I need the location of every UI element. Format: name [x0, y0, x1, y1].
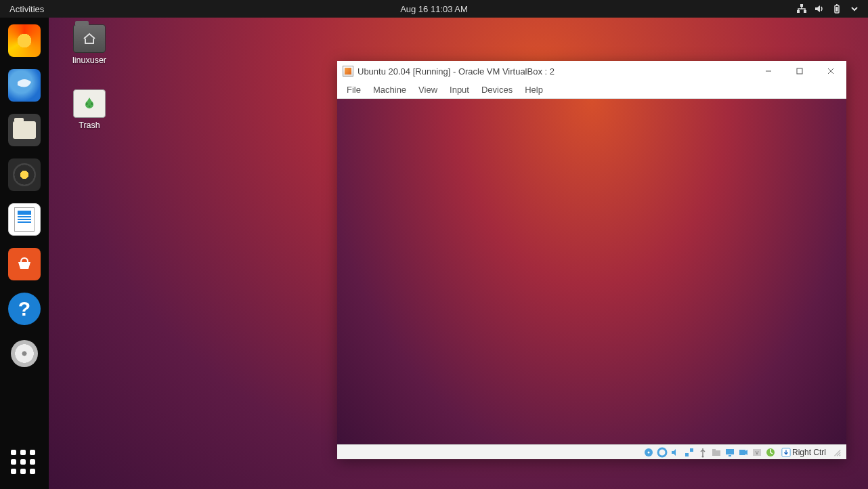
dock-disc[interactable]	[8, 337, 41, 370]
maximize-button[interactable]	[784, 61, 815, 81]
status-recording-icon[interactable]	[738, 447, 749, 458]
show-applications-button[interactable]	[11, 450, 38, 477]
menu-input[interactable]: Input	[444, 83, 475, 97]
minimize-button[interactable]	[753, 61, 784, 81]
svg-point-9	[658, 448, 666, 456]
ubuntu-dock: ?	[0, 18, 49, 489]
svg-rect-17	[739, 450, 745, 455]
status-optical-icon[interactable]	[657, 447, 668, 458]
virtualbox-window: Ubuntu 20.04 [Running] - Oracle VM Virtu…	[337, 61, 846, 459]
menu-devices[interactable]: Devices	[476, 83, 518, 97]
hostkey-arrow-icon	[781, 448, 791, 457]
desktop-background[interactable]: linuxuser Trash Ubuntu 20.04 [Running] -…	[49, 18, 868, 489]
menu-view[interactable]: View	[413, 83, 443, 97]
dock-thunderbird[interactable]	[8, 69, 41, 102]
chevron-down-icon[interactable]	[849, 3, 860, 14]
status-harddisk-icon[interactable]	[643, 447, 654, 458]
battery-icon[interactable]	[831, 3, 842, 14]
home-folder-label: linuxuser	[62, 56, 116, 65]
menu-machine[interactable]: Machine	[368, 83, 412, 97]
volume-icon[interactable]	[814, 3, 825, 14]
dock-libreoffice-writer[interactable]	[8, 203, 41, 236]
dock-ubuntu-software[interactable]	[8, 248, 41, 280]
virtualbox-menubar: File Machine View Input Devices Help	[337, 81, 846, 99]
svg-rect-4	[836, 4, 838, 5]
trash-icon[interactable]: Trash	[62, 89, 116, 130]
dock-files[interactable]	[8, 114, 41, 146]
hostkey-indicator[interactable]: Right Ctrl	[779, 448, 829, 457]
status-resize-grip-icon[interactable]	[831, 447, 842, 458]
svg-rect-14	[712, 449, 716, 450]
gnome-top-bar: Activities Aug 16 11:03 AM	[0, 0, 868, 18]
virtualbox-statusbar: V Right Ctrl	[337, 444, 846, 459]
trash-label: Trash	[62, 121, 116, 130]
svg-rect-6	[797, 68, 802, 74]
menu-help[interactable]: Help	[519, 83, 548, 97]
status-audio-icon[interactable]	[670, 447, 681, 458]
svg-rect-13	[712, 450, 720, 456]
svg-point-8	[647, 451, 649, 453]
guest-display[interactable]	[337, 99, 846, 444]
dock-firefox[interactable]	[8, 24, 41, 57]
svg-rect-15	[726, 449, 734, 454]
hostkey-label: Right Ctrl	[792, 448, 826, 457]
activities-button[interactable]: Activities	[0, 0, 53, 18]
status-usb-icon[interactable]	[697, 447, 708, 458]
system-tray[interactable]	[796, 3, 868, 14]
virtualbox-logo-icon	[343, 66, 353, 77]
svg-rect-5	[836, 7, 838, 12]
svg-text:V: V	[756, 450, 759, 455]
dock-rhythmbox[interactable]	[8, 158, 41, 191]
svg-rect-0	[800, 4, 803, 7]
menu-file[interactable]: File	[341, 83, 366, 97]
status-shared-folder-icon[interactable]	[711, 447, 722, 458]
virtualbox-titlebar[interactable]: Ubuntu 20.04 [Running] - Oracle VM Virtu…	[337, 61, 846, 81]
svg-rect-16	[729, 455, 731, 456]
svg-rect-11	[690, 448, 693, 452]
svg-rect-10	[685, 453, 689, 456]
home-folder-icon[interactable]: linuxuser	[62, 24, 116, 65]
window-title: Ubuntu 20.04 [Running] - Oracle VM Virtu…	[357, 66, 555, 77]
close-button[interactable]	[815, 61, 846, 81]
status-network-icon[interactable]	[684, 447, 695, 458]
dock-help[interactable]: ?	[8, 293, 41, 325]
svg-point-12	[701, 455, 703, 457]
clock[interactable]: Aug 16 11:03 AM	[400, 4, 468, 14]
status-vrde-icon[interactable]: V	[752, 447, 762, 458]
status-cpu-icon[interactable]	[765, 447, 776, 458]
svg-rect-1	[797, 10, 800, 13]
network-icon[interactable]	[796, 3, 807, 14]
status-display-icon[interactable]	[724, 447, 735, 458]
svg-rect-2	[804, 10, 806, 13]
